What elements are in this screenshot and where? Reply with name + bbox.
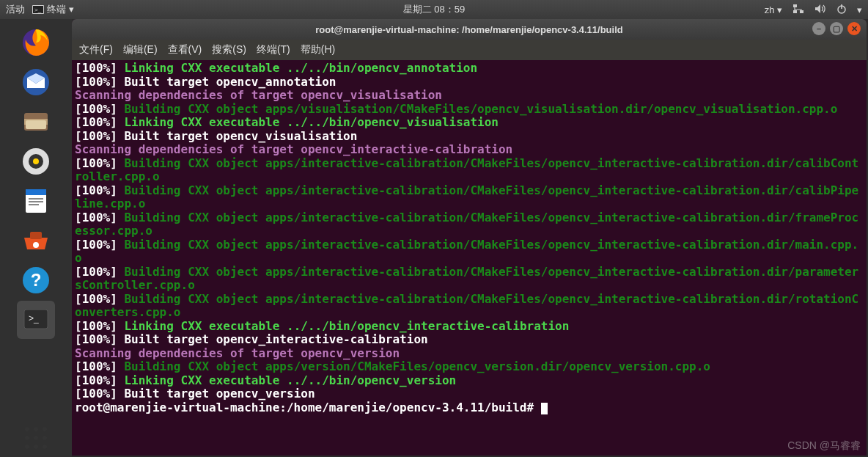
menubar: 文件(F) 编辑(E) 查看(V) 搜索(S) 终端(T) 帮助(H) [72,40,867,60]
dock-software[interactable] [17,222,55,260]
dock-files[interactable] [17,103,55,141]
svg-rect-3 [793,4,797,7]
window-maximize-button[interactable]: ▢ [830,22,843,35]
app-menu-label: 终端 ▾ [47,3,74,16]
svg-point-15 [33,158,39,164]
svg-text:>_: >_ [29,313,39,323]
menu-search[interactable]: 搜索(S) [212,43,246,56]
svg-rect-17 [26,189,46,195]
menu-edit[interactable]: 编辑(E) [123,43,158,56]
clock[interactable]: 星期二 08：59 [403,3,466,16]
terminal-output[interactable]: [100%] Linking CXX executable ../../bin/… [72,60,867,456]
window-title: root@marenjie-virtual-machine: /home/mar… [315,24,622,35]
svg-rect-7 [841,4,842,9]
dock-terminal[interactable]: >_ [17,301,55,339]
input-source[interactable]: zh ▾ [765,4,782,15]
dock-writer[interactable] [17,182,55,220]
menu-help[interactable]: 帮助(H) [301,43,335,56]
svg-rect-18 [29,198,43,200]
svg-point-28 [34,427,38,431]
terminal-window: root@marenjie-virtual-machine: /home/mar… [72,19,867,456]
svg-rect-21 [30,232,42,239]
svg-rect-12 [26,120,46,129]
svg-point-30 [25,436,29,440]
system-menu-chevron-icon[interactable]: ▾ [857,4,862,15]
network-icon[interactable] [792,4,804,16]
svg-point-35 [43,445,47,449]
svg-rect-19 [29,201,43,202]
window-titlebar[interactable]: root@marenjie-virtual-machine: /home/mar… [72,19,867,40]
svg-point-33 [25,445,29,449]
gnome-topbar: 活动 >_ 终端 ▾ 星期二 08：59 zh ▾ ▾ [0,0,868,19]
power-icon[interactable] [836,4,847,16]
dock: ? >_ [0,19,72,457]
app-menu[interactable]: >_ 终端 ▾ [32,3,74,16]
menu-terminal[interactable]: 终端(T) [257,43,290,56]
volume-icon[interactable] [814,4,826,16]
window-close-button[interactable]: ✕ [847,22,861,35]
menu-file[interactable]: 文件(F) [79,43,113,56]
watermark: CSDN @马睿睿 [787,439,861,453]
svg-point-32 [43,436,47,440]
activities-button[interactable]: 活动 [6,3,25,16]
dock-rhythmbox[interactable] [17,142,55,180]
svg-point-29 [43,427,47,431]
svg-text:?: ? [31,270,42,290]
svg-rect-4 [800,10,803,13]
svg-point-27 [25,427,29,431]
terminal-icon: >_ [32,5,44,14]
window-minimize-button[interactable]: – [812,22,825,35]
dock-apps-grid[interactable] [17,419,55,457]
svg-point-34 [34,445,38,449]
svg-rect-20 [29,204,39,205]
menu-view[interactable]: 查看(V) [168,43,202,56]
svg-point-31 [34,436,38,440]
dock-firefox[interactable] [17,23,55,62]
dock-thunderbird[interactable] [17,63,55,101]
svg-point-22 [33,242,39,248]
svg-text:>_: >_ [34,7,42,13]
dock-help[interactable]: ? [17,261,55,299]
